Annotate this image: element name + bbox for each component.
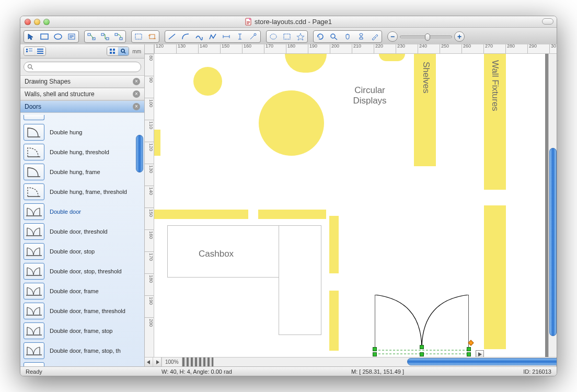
canvas[interactable]: Circular Displays Shelves Wall Fixtures: [154, 54, 548, 357]
list-item-label: Double door, stop, threshold: [50, 268, 122, 274]
library-list: xDouble hungDouble hung, thresholdDouble…: [20, 113, 144, 366]
circular-display[interactable]: [379, 54, 405, 61]
dimension-h-tool[interactable]: [220, 31, 233, 42]
arc-tool[interactable]: [179, 31, 192, 42]
resize-handle[interactable]: [467, 352, 471, 356]
list-item[interactable]: x: [20, 113, 144, 122]
crop-tool[interactable]: [146, 31, 158, 42]
text-tool[interactable]: [65, 31, 78, 42]
stamp-tool[interactable]: [355, 31, 367, 42]
dimension-v-tool[interactable]: [234, 31, 246, 42]
refresh-tool[interactable]: [314, 31, 327, 42]
list-item[interactable]: Double door, frame: [20, 281, 144, 301]
rectangle-tool[interactable]: [38, 31, 51, 42]
status-mouse: M: [ 258.31, 151.49 ]: [351, 368, 404, 375]
page-tabs[interactable]: [182, 358, 214, 366]
list-item[interactable]: Double hung, frame, threshold: [20, 182, 144, 202]
cashbox[interactable]: [279, 225, 321, 335]
list-item[interactable]: Double door, threshold: [20, 222, 144, 241]
circular-display[interactable]: [259, 90, 324, 156]
horizontal-scrollbar[interactable]: [214, 358, 548, 366]
list-item-label: Double door, frame, stop, th: [50, 348, 121, 354]
list-item[interactable]: Double door, frame, threshold: [20, 301, 144, 321]
list-item[interactable]: Uneven door: [20, 361, 144, 366]
close-icon[interactable]: ×: [133, 90, 140, 98]
door-selection[interactable]: [375, 295, 469, 355]
list-item[interactable]: Double hung: [20, 122, 144, 142]
zoom-level[interactable]: 100%: [162, 358, 182, 366]
callout-tool[interactable]: [247, 31, 260, 42]
circular-display[interactable]: [193, 67, 222, 96]
page-next-button[interactable]: [153, 358, 161, 367]
list-item[interactable]: Double door: [20, 202, 144, 222]
list-item[interactable]: Double door, stop: [20, 241, 144, 261]
zoom-tool[interactable]: [328, 31, 340, 42]
units-label: mm: [132, 49, 141, 54]
close-icon[interactable]: ×: [133, 78, 140, 85]
ellipse-tool[interactable]: [52, 31, 64, 42]
pan-tool[interactable]: [341, 31, 354, 42]
horizontal-scroll-thumb[interactable]: [407, 358, 557, 365]
list-view-button[interactable]: [35, 47, 45, 55]
eyedropper-tool[interactable]: [368, 31, 381, 42]
category-drawing-shapes[interactable]: Drawing Shapes×: [20, 75, 144, 88]
dashed-rect-tool[interactable]: [281, 31, 293, 42]
smart-tag-button[interactable]: [476, 350, 484, 357]
toolbar-toggle[interactable]: [542, 18, 553, 25]
tree-view-button[interactable]: [24, 47, 34, 55]
label-cashbox: Cashbox: [199, 249, 234, 259]
pointer-tool[interactable]: [25, 31, 37, 42]
svg-rect-42: [110, 52, 112, 54]
category-label: Walls, shell and structure: [25, 90, 95, 98]
wall-fixture[interactable]: [484, 205, 506, 349]
category-doors[interactable]: Doors×: [20, 100, 144, 113]
category-label: Doors: [25, 103, 41, 110]
resize-handle[interactable]: [373, 347, 377, 351]
zoom-slider[interactable]: [400, 36, 452, 38]
titlebar[interactable]: store-layouts.cdd - Page1: [20, 16, 557, 28]
sidebar-scroll-thumb[interactable]: [136, 135, 143, 172]
sidebar-scrollbar[interactable]: [136, 113, 143, 366]
shelf[interactable]: [329, 216, 339, 273]
shelf[interactable]: [154, 210, 248, 219]
resize-handle[interactable]: [420, 352, 424, 356]
connect-tool-2[interactable]: [99, 31, 111, 42]
resize-handle[interactable]: [420, 345, 424, 349]
page-prev-button[interactable]: [145, 358, 153, 367]
shelf[interactable]: [154, 130, 160, 156]
line-tool[interactable]: [166, 31, 178, 42]
zoom-slider-thumb[interactable]: [425, 33, 430, 41]
list-item[interactable]: Double hung, threshold: [20, 142, 144, 162]
list-item-label: Double door, threshold: [50, 228, 108, 235]
canvas-area: 1201301401501601701801902002102202302402…: [145, 44, 557, 366]
list-item[interactable]: Double door, frame, stop, th: [20, 341, 144, 361]
search-input[interactable]: [24, 62, 141, 72]
dashed-star-tool[interactable]: [294, 31, 307, 42]
label-shelves: Shelves: [421, 62, 431, 93]
list-item[interactable]: Double hung, frame: [20, 162, 144, 182]
curve-tool[interactable]: [193, 31, 205, 42]
search-view-button[interactable]: [118, 47, 129, 55]
grid-view-button[interactable]: [107, 47, 118, 55]
list-item-label: Double hung, frame: [50, 169, 100, 175]
lasso-tool[interactable]: [132, 31, 145, 42]
zoom-in-button[interactable]: +: [454, 31, 465, 42]
category-walls[interactable]: Walls, shell and structure×: [20, 88, 144, 100]
polyline-tool[interactable]: [206, 31, 219, 42]
vertical-scroll-thumb[interactable]: [549, 148, 557, 336]
shelf[interactable]: [329, 291, 339, 351]
svg-rect-2: [247, 22, 250, 23]
close-icon[interactable]: ×: [133, 103, 140, 110]
resize-handle[interactable]: [467, 347, 471, 351]
connect-tool-1[interactable]: [85, 31, 98, 42]
svg-point-28: [254, 33, 256, 36]
vertical-scrollbar[interactable]: [548, 54, 557, 357]
zoom-out-button[interactable]: −: [387, 31, 398, 42]
connect-tool-3[interactable]: [112, 31, 125, 42]
list-item[interactable]: Double door, frame, stop: [20, 321, 144, 341]
resize-handle[interactable]: [373, 352, 377, 356]
svg-marker-61: [478, 352, 482, 356]
shelf[interactable]: [258, 210, 326, 219]
list-item[interactable]: Double door, stop, threshold: [20, 261, 144, 281]
dashed-ellipse-tool[interactable]: [267, 31, 280, 42]
